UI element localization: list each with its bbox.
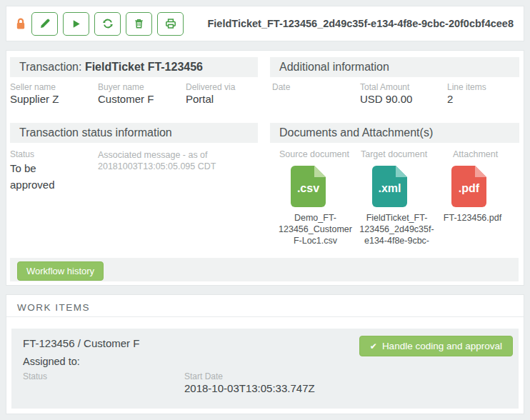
attachment-document: Attachment .pdf FT-123456.pdf: [435, 149, 510, 224]
total-amount-value: USD 90.00: [360, 93, 412, 105]
attachment-label: Attachment: [453, 149, 510, 159]
source-document-filename[interactable]: Demo_FT- 123456_Customer F-Loc1.csv: [274, 212, 356, 246]
status-label: Status: [10, 149, 34, 159]
target-document-filename[interactable]: FieldTicket_FT- 123456_2d49c35f- e134-4f…: [356, 212, 438, 246]
target-document: Target document .xml FieldTicket_FT- 123…: [356, 149, 438, 246]
buyer-name-label: Buyer name: [98, 82, 144, 92]
play-icon: [71, 19, 81, 29]
delivered-via-value: Portal: [186, 93, 214, 105]
xml-extension: .xml: [378, 182, 401, 195]
handle-coding-approval-button[interactable]: ✔ Handle coding and approval: [359, 336, 513, 356]
start-date-label: Start Date: [184, 371, 223, 381]
transaction-panel: Transaction: FieldTicket FT-123456 Addit…: [6, 50, 524, 286]
work-item-title: FT-123456 / Customer F: [23, 337, 139, 349]
associated-message-label: Associated message - as of: [98, 149, 208, 161]
xml-file-icon[interactable]: .xml: [372, 166, 407, 207]
associated-message-timestamp: 20181003T13:05:05.095 CDT: [98, 161, 216, 172]
delete-button[interactable]: [126, 12, 152, 36]
work-items-header: WORK ITEMS: [6, 295, 524, 317]
attachment-filename[interactable]: FT-123456.pdf: [435, 212, 510, 224]
documents-section-header: Documents and Attachment(s): [270, 123, 519, 143]
pdf-file-icon[interactable]: .pdf: [451, 166, 486, 207]
delivered-via-label: Delivered via: [186, 82, 235, 92]
seller-name-value: Supplier Z: [10, 93, 59, 105]
start-date-value: 2018-10-03T13:05:33.747Z: [184, 382, 315, 394]
transaction-header-id: FieldTicket FT-123456: [85, 61, 203, 73]
check-icon: ✔: [370, 341, 377, 351]
print-button[interactable]: [157, 12, 184, 36]
page-fold: [396, 166, 407, 177]
workflow-history-row: Workflow history: [10, 258, 519, 281]
pencil-icon: [39, 18, 51, 29]
pdf-extension: .pdf: [459, 182, 479, 195]
line-items-label: Line items: [447, 82, 486, 92]
transaction-section-header: Transaction: FieldTicket FT-123456: [10, 57, 258, 77]
status-value: To be approved: [10, 160, 80, 193]
work-item-card: FT-123456 / Customer F ✔ Handle coding a…: [11, 329, 519, 409]
work-items-panel: WORK ITEMS FT-123456 / Customer F ✔ Hand…: [6, 294, 524, 414]
refresh-icon: [102, 18, 114, 29]
workflow-history-button[interactable]: Workflow history: [17, 261, 104, 281]
csv-file-icon[interactable]: .csv: [291, 166, 326, 207]
page-fold: [475, 166, 486, 177]
status-section-header: Transaction status information: [10, 123, 258, 143]
additional-info-header: Additional information: [270, 57, 519, 77]
page-fold: [314, 166, 326, 177]
lock-icon: [15, 17, 26, 31]
transaction-header-prefix: Transaction:: [19, 61, 85, 73]
line-items-value: 2: [447, 93, 453, 105]
csv-extension: .csv: [297, 182, 319, 195]
buyer-name-value: Customer F: [98, 93, 154, 105]
refresh-button[interactable]: [94, 12, 121, 36]
date-label: Date: [272, 82, 290, 92]
assigned-to-label: Assigned to:: [23, 356, 80, 367]
edit-button[interactable]: [31, 12, 58, 36]
source-document: Source document .csv Demo_FT- 123456_Cus…: [274, 149, 356, 246]
play-button[interactable]: [63, 12, 89, 36]
seller-name-label: Seller name: [10, 82, 56, 92]
document-title: FieldTicket_FT-123456_2d49c35f-e134-4f8e…: [207, 18, 524, 29]
target-document-label: Target document: [361, 149, 438, 159]
handle-coding-approval-label: Handle coding and approval: [382, 341, 502, 351]
trash-icon: [134, 18, 144, 29]
work-item-status-label: Status: [23, 371, 47, 381]
printer-icon: [165, 18, 176, 29]
toolbar: FieldTicket_FT-123456_2d49c35f-e134-4f8e…: [6, 6, 524, 41]
source-document-label: Source document: [279, 149, 356, 159]
total-amount-label: Total Amount: [360, 82, 409, 92]
